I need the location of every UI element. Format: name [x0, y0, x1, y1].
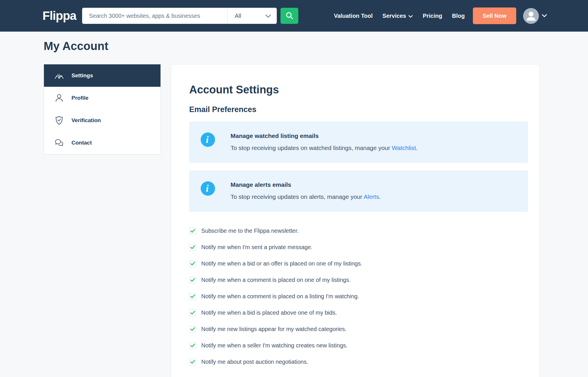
info-text-before: To stop receiving updates on watched lis… — [231, 145, 392, 151]
info-icon: i — [201, 132, 215, 147]
nav-link-label: Blog — [452, 13, 465, 19]
checkbox-new-listings-categories[interactable] — [189, 326, 196, 333]
flippa-logo[interactable]: Flippa — [42, 9, 76, 23]
info-box-watched-listings: i Manage watched listing emails To stop … — [189, 122, 528, 163]
checkbox-newsletter[interactable] — [189, 228, 196, 234]
nav-link-services[interactable]: Services — [382, 13, 413, 19]
checkbox-row: Notify me when a bid is placed above one… — [189, 305, 539, 321]
checkbox-row: Notify me when a bid or an offer is plac… — [189, 255, 539, 272]
page-title: My Account — [44, 40, 108, 53]
info-box-title: Manage watched listing emails — [231, 132, 418, 139]
checkbox-seller-new-listings[interactable] — [189, 342, 196, 349]
sidebar-item-label: Settings — [71, 72, 93, 79]
checkbox-label: Notify me when a comment is placed on a … — [201, 293, 359, 300]
nav-link-label: Valuation Tool — [334, 13, 373, 19]
watchlist-link[interactable]: Watchlist — [392, 145, 416, 151]
nav-link-valuation-tool[interactable]: Valuation Tool — [334, 13, 373, 19]
sidebar-item-verification[interactable]: Verification — [44, 109, 160, 132]
checkbox-row: Notify me about post auction negotiation… — [189, 354, 539, 370]
checkbox-row: Notify me when I'm sent a private messag… — [189, 239, 539, 255]
top-navbar: Flippa All Valuation Tool Services — [0, 0, 588, 32]
checkbox-private-message[interactable] — [189, 244, 196, 251]
sidebar-item-contact[interactable]: Contact — [44, 132, 160, 154]
info-text-before: To stop receiving updates on alerts, man… — [231, 193, 363, 200]
info-icon: i — [201, 181, 215, 196]
sidebar-item-profile[interactable]: Profile — [44, 87, 160, 109]
search-button[interactable] — [281, 8, 298, 24]
checkbox-post-auction[interactable] — [189, 359, 196, 366]
nav-link-pricing[interactable]: Pricing — [423, 13, 442, 19]
info-box-alerts: i Manage alerts emails To stop receiving… — [189, 170, 528, 212]
search-group: All — [82, 8, 277, 24]
search-category-value: All — [235, 13, 241, 19]
sidebar-item-label: Verification — [71, 117, 101, 124]
checkbox-bid-offer-my-listings[interactable] — [189, 260, 196, 267]
checkbox-bid-above-mine[interactable] — [189, 309, 196, 316]
account-sidebar: Settings Profile Verification Contact — [44, 64, 161, 154]
search-input[interactable] — [82, 8, 227, 24]
checkbox-row: Notify me when a seller I'm watching cre… — [189, 337, 539, 354]
shield-check-icon — [53, 116, 65, 125]
checkbox-label: Subscribe me to the Flippa newsletter. — [201, 228, 299, 234]
section-title: Email Preferences — [189, 105, 539, 114]
chevron-down-icon — [542, 13, 547, 18]
checkbox-row: Notify me new listings appear for my wat… — [189, 321, 539, 337]
checkbox-comment-my-listings[interactable] — [189, 277, 196, 284]
checkbox-label: Notify me about post auction negotiation… — [201, 359, 308, 365]
checkbox-label: Notify me when a seller I'm watching cre… — [201, 342, 348, 349]
gauge-icon — [53, 72, 65, 79]
account-menu[interactable] — [523, 8, 547, 24]
sidebar-item-label: Profile — [71, 95, 88, 101]
chevron-down-icon — [408, 13, 413, 19]
checkbox-row: Notify me when a comment is placed on on… — [189, 272, 539, 288]
sidebar-item-settings[interactable]: Settings — [44, 64, 160, 87]
alerts-link[interactable]: Alerts — [363, 193, 379, 200]
nav-link-blog[interactable]: Blog — [452, 13, 465, 19]
chat-bubbles-icon — [53, 139, 65, 147]
checkbox-label: Notify me new listings appear for my wat… — [201, 326, 347, 332]
chevron-down-icon — [265, 13, 271, 19]
info-text-after: . — [379, 193, 381, 200]
info-box-title: Manage alerts emails — [231, 181, 381, 188]
sidebar-item-label: Contact — [71, 140, 92, 146]
checkbox-row: Subscribe me to the Flippa newsletter. — [189, 223, 539, 239]
email-preferences-list: Subscribe me to the Flippa newsletter. N… — [189, 223, 539, 370]
nav-link-label: Pricing — [423, 13, 442, 19]
panel-title: Account Settings — [189, 84, 539, 96]
checkbox-row: Notify me when a comment is placed on a … — [189, 288, 539, 305]
nav-link-label: Services — [382, 13, 406, 19]
sell-now-button[interactable]: Sell Now — [473, 7, 516, 24]
checkbox-comment-watching[interactable] — [189, 293, 196, 300]
info-box-text: To stop receiving updates on watched lis… — [231, 145, 418, 151]
search-category-select[interactable]: All — [227, 8, 277, 24]
checkbox-label: Notify me when a bid or an offer is plac… — [201, 260, 362, 267]
account-settings-panel: Account Settings Email Preferences i Man… — [171, 64, 540, 377]
info-box-text: To stop receiving updates on alerts, man… — [231, 193, 381, 200]
checkbox-label: Notify me when a bid is placed above one… — [201, 309, 337, 316]
checkbox-label: Notify me when I'm sent a private messag… — [201, 244, 312, 251]
user-avatar-icon — [523, 8, 539, 24]
checkbox-label: Notify me when a comment is placed on on… — [201, 277, 351, 283]
search-icon — [285, 11, 293, 20]
nav-links: Valuation Tool Services Pricing Blog — [334, 13, 465, 19]
info-text-after: . — [416, 145, 418, 151]
user-icon — [53, 94, 65, 102]
